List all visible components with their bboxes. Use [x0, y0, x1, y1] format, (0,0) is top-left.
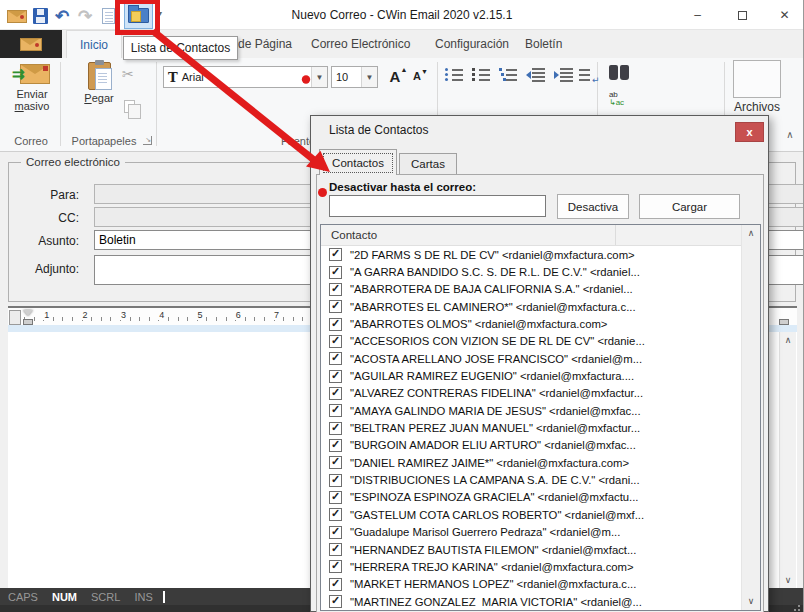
contact-row[interactable]: "BELTRAN PEREZ JUAN MANUEL" <rdaniel@mxf… — [321, 419, 741, 436]
chevron-down-icon[interactable]: ▼ — [311, 67, 327, 87]
tab-inicio[interactable]: Inicio — [66, 30, 122, 58]
contact-checkbox[interactable] — [329, 283, 342, 296]
scroll-up-icon[interactable]: ∧ — [742, 225, 760, 242]
filter-input[interactable] — [329, 195, 546, 217]
contact-row[interactable]: "ACCESORIOS CON VIZION SE DE RL DE CV" <… — [321, 333, 741, 350]
multilevel-list-button[interactable] — [495, 64, 520, 86]
contact-row[interactable]: "GASTELUM COTA CARLOS ROBERTO" <rdaniel@… — [321, 506, 741, 523]
contact-row[interactable]: "HERRERA TREJO KARINA" <rdaniel@mxfactur… — [321, 558, 741, 575]
contact-row[interactable]: "MARKET HERMANOS LOPEZ" <rdaniel@mxfactu… — [321, 576, 741, 593]
replace-button[interactable]: ab↳ac — [604, 88, 629, 110]
resize-grip-icon[interactable] — [790, 606, 800, 611]
scroll-down-icon[interactable]: ∨ — [780, 572, 796, 588]
contact-label: "DISTRIBUCIONES LA CAMPANA S.A. DE C.V."… — [350, 474, 640, 486]
tab-selector-icon[interactable] — [9, 310, 21, 325]
contact-label: "HERNANDEZ BAUTISTA FILEMON" <rdaniel@mx… — [350, 544, 636, 556]
tab-configuracion[interactable]: Configuración — [422, 30, 522, 58]
tab-contactos[interactable]: Contactos — [319, 149, 397, 175]
undo-button[interactable]: ↶ — [55, 3, 69, 29]
copy-button[interactable] — [124, 100, 135, 113]
contact-checkbox[interactable] — [329, 318, 342, 331]
bullets-button[interactable] — [441, 64, 466, 86]
tab-boletin[interactable]: Boletín — [512, 30, 575, 58]
contact-checkbox[interactable] — [329, 456, 342, 469]
contact-checkbox[interactable] — [329, 560, 342, 573]
cargar-button[interactable]: Cargar — [639, 194, 740, 219]
contact-row[interactable]: "MARTINEZ GONZALEZ MARIA VICTORIA" <rdan… — [321, 593, 741, 610]
contact-checkbox[interactable] — [329, 474, 342, 487]
new-document-button[interactable] — [102, 3, 115, 29]
maximize-button[interactable] — [720, 0, 765, 30]
font-size-combo[interactable]: 10 ▼ — [331, 66, 378, 88]
decrease-indent-button[interactable] — [523, 64, 548, 86]
contact-checkbox[interactable] — [329, 508, 342, 521]
shrink-font-button[interactable]: A▼ — [408, 66, 426, 86]
contact-row[interactable]: "Guadalupe Marisol Guerrero Pedraza" <rd… — [321, 524, 741, 541]
contact-checkbox[interactable] — [329, 300, 342, 313]
contact-row[interactable]: "ABARROTES OLMOS" <rdaniel@mxfactura.com… — [321, 315, 741, 332]
dialog-close-button[interactable]: x — [735, 122, 764, 142]
contact-checkbox[interactable] — [329, 491, 342, 504]
contact-row[interactable]: "DISTRIBUCIONES LA CAMPANA S.A. DE C.V."… — [321, 471, 741, 488]
scroll-up-icon[interactable]: ∧ — [780, 332, 796, 348]
dialog-launcher-icon[interactable]: ↘ — [143, 136, 152, 145]
grow-font-button[interactable]: A▲ — [384, 66, 406, 86]
contact-row[interactable]: "2D FARMS S DE RL DE CV" <rdaniel@mxfact… — [321, 246, 741, 263]
list-header[interactable]: Contacto — [321, 225, 741, 246]
contact-checkbox[interactable] — [329, 370, 342, 383]
contact-checkbox[interactable] — [329, 266, 342, 279]
contact-row[interactable]: "ESPINOZA ESPINOZA GRACIELA" <rdaniel@mx… — [321, 489, 741, 506]
file-menu-button[interactable] — [0, 30, 62, 58]
contact-row[interactable]: "ALVAREZ CONTRERAS FIDELINA" <rdaniel@mx… — [321, 385, 741, 402]
list-scrollbar[interactable]: ∧ ∨ — [741, 225, 760, 610]
contact-checkbox[interactable] — [329, 335, 342, 348]
close-button[interactable]: ✕ — [765, 0, 804, 30]
contact-checkbox[interactable] — [329, 352, 342, 365]
paste-button[interactable]: Pegar — [78, 62, 120, 104]
dialog-title: Lista de Contactos — [329, 123, 428, 137]
contact-row[interactable]: "ABARROTES EL CAMINERO*" <rdaniel@mxfact… — [321, 298, 741, 315]
tab-cartas[interactable]: Cartas — [399, 153, 457, 174]
numbering-button[interactable] — [468, 64, 493, 86]
contact-row[interactable]: "DANIEL RAMIREZ JAIME*" <rdaniel@mxfactu… — [321, 454, 741, 471]
paragraph-button[interactable] — [573, 64, 598, 86]
contact-checkbox[interactable] — [329, 543, 342, 556]
chevron-down-icon[interactable]: ▼ — [361, 67, 377, 87]
first-line-indent-marker[interactable] — [23, 310, 33, 316]
new-mail-button[interactable] — [7, 3, 27, 29]
contact-label: "BURGOIN AMADOR ELIU ARTURO" <rdaniel@mx… — [350, 439, 636, 451]
redo-button[interactable]: ↷ — [78, 3, 92, 29]
cut-button[interactable]: ✂ — [122, 66, 134, 82]
collapse-ribbon-button[interactable]: ∧ — [782, 128, 798, 142]
contact-row[interactable]: "BURGOIN AMADOR ELIU ARTURO" <rdaniel@mx… — [321, 437, 741, 454]
scroll-down-icon[interactable]: ∨ — [742, 593, 760, 610]
contact-checkbox[interactable] — [329, 439, 342, 452]
contact-checkbox[interactable] — [329, 526, 342, 539]
maximize-icon — [738, 11, 747, 20]
tab-correo-electronico[interactable]: Correo Electrónico — [298, 30, 423, 58]
contact-row[interactable]: "HERNANDEZ BAUTISTA FILEMON" <rdaniel@mx… — [321, 541, 741, 558]
contact-row[interactable]: "A GARRA BANDIDO S.C. S. DE R.L. DE C.V.… — [321, 263, 741, 280]
archivos-button[interactable] — [733, 60, 781, 98]
contact-row[interactable]: "ABARROTERA DE BAJA CALIFORNIA S.A." <rd… — [321, 281, 741, 298]
contact-checkbox[interactable] — [329, 404, 342, 417]
contact-checkbox[interactable] — [329, 387, 342, 400]
contact-checkbox[interactable] — [329, 422, 342, 435]
contact-checkbox[interactable] — [329, 248, 342, 261]
contact-checkbox[interactable] — [329, 595, 342, 608]
minimize-button[interactable]: – — [675, 0, 720, 30]
save-button[interactable] — [33, 3, 48, 29]
editor-scrollbar[interactable]: ∧ ∨ — [779, 332, 796, 588]
contacts-list-button[interactable] — [124, 2, 153, 29]
find-button[interactable] — [606, 62, 631, 84]
contact-checkbox[interactable] — [329, 578, 342, 591]
contact-row[interactable]: "ACOSTA ARELLANO JOSE FRANCISCO" <rdanie… — [321, 350, 741, 367]
send-mass-mail-button[interactable]: ⇉ Enviar masivo — [6, 62, 58, 112]
qat-dropdown-icon[interactable]: ▾ — [158, 9, 162, 18]
contacto-column-header[interactable]: Contacto — [321, 225, 616, 245]
contact-label: "ABARROTES EL CAMINERO*" <rdaniel@mxfact… — [350, 301, 636, 313]
contact-row[interactable]: "AGUILAR RAMIREZ EUGENIO" <rdaniel@mxfac… — [321, 367, 741, 384]
contact-row[interactable]: "AMAYA GALINDO MARIA DE JESUS" <rdaniel@… — [321, 402, 741, 419]
desactiva-button[interactable]: Desactiva — [557, 194, 629, 219]
font-name-combo[interactable]: T Arial ▼ — [163, 66, 328, 88]
